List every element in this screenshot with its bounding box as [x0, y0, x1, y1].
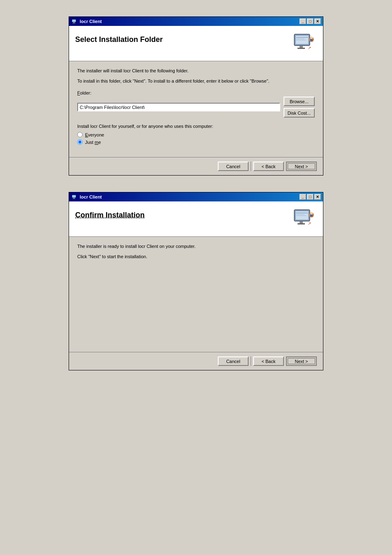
radio-justme-row: Just me — [77, 139, 315, 145]
svg-rect-25 — [296, 215, 306, 216]
back-button-2[interactable]: < Back — [253, 356, 284, 366]
svg-rect-7 — [296, 37, 308, 38]
svg-rect-8 — [296, 39, 304, 39]
desc-line1-1: The installer will install locr Client t… — [77, 67, 315, 74]
close-button-1[interactable]: ✕ — [314, 18, 321, 24]
svg-rect-18 — [73, 198, 75, 199]
svg-rect-10 — [300, 46, 303, 48]
header-title-text-1: Select Installation Folder — [75, 32, 163, 44]
locr-icon-1 — [71, 18, 77, 24]
svg-rect-27 — [297, 223, 305, 224]
next-button-1[interactable]: Next > — [286, 162, 317, 171]
confirm-installation-window: locr Client _ □ ✕ Confirm Installation — [69, 192, 323, 370]
justme-label[interactable]: Just me — [85, 140, 101, 145]
svg-rect-23 — [296, 213, 308, 213]
svg-point-13 — [310, 37, 313, 39]
computer-icon-1: ↗ — [292, 32, 317, 55]
header-icon-1: ↗ — [292, 32, 317, 55]
svg-rect-19 — [72, 199, 76, 199]
header-title-1: Select Installation Folder — [75, 32, 163, 44]
minimize-button-1[interactable]: _ — [300, 18, 306, 24]
footer-2: Cancel < Back Next > — [69, 352, 323, 370]
radio-everyone-row: Everyone — [77, 132, 315, 137]
window-icon-1 — [71, 18, 78, 25]
separator-1 — [251, 162, 251, 171]
svg-rect-11 — [297, 48, 305, 49]
computer-icon-2: ↗ — [292, 208, 317, 230]
locr-icon-2 — [71, 194, 77, 200]
title-buttons-2: _ □ ✕ — [300, 194, 321, 200]
cancel-button-2[interactable]: Cancel — [218, 356, 249, 366]
confirm-line1: The installer is ready to install locr C… — [77, 243, 315, 250]
folder-section: Folder: Browse... Disk Cost... — [77, 90, 315, 118]
cancel-button-1[interactable]: Cancel — [218, 162, 249, 171]
svg-text:↗: ↗ — [308, 46, 311, 50]
select-installation-window: locr Client _ □ ✕ Select Installation Fo… — [69, 16, 323, 176]
svg-rect-30 — [310, 215, 313, 217]
next-button-2[interactable]: Next > — [286, 356, 317, 366]
folder-row: Browse... Disk Cost... — [77, 97, 315, 118]
svg-rect-2 — [73, 22, 75, 23]
window-body-1: The installer will install locr Client t… — [69, 61, 323, 157]
separator-2 — [251, 356, 251, 366]
svg-rect-17 — [72, 195, 76, 197]
everyone-label[interactable]: Everyone — [85, 132, 104, 137]
footer-1: Cancel < Back Next > — [69, 157, 323, 175]
svg-rect-3 — [72, 23, 76, 23]
desc-line2-1: To install in this folder, click "Next".… — [77, 78, 315, 85]
maximize-button-2[interactable]: □ — [307, 194, 314, 200]
window-header-2: Confirm Installation ↗ — [69, 201, 323, 237]
title-text-2: locr Client — [80, 194, 102, 199]
header-title-2: Confirm Installation — [75, 208, 145, 220]
confirm-body: The installer is ready to install locr C… — [69, 237, 323, 352]
close-button-2[interactable]: ✕ — [314, 194, 321, 200]
title-bar-1: locr Client _ □ ✕ — [69, 17, 323, 26]
radio-label: Install locr Client for yourself, or for… — [77, 124, 315, 129]
browse-button[interactable]: Browse... — [284, 97, 315, 106]
minimize-button-2[interactable]: _ — [300, 194, 306, 200]
svg-rect-26 — [300, 221, 303, 223]
svg-rect-1 — [72, 20, 76, 22]
browse-col: Browse... Disk Cost... — [284, 97, 315, 118]
svg-text:↗: ↗ — [308, 221, 311, 226]
svg-rect-14 — [310, 39, 313, 41]
window-header-1: Select Installation Folder ↗ — [69, 26, 323, 61]
header-title-text-2: Confirm Installation — [75, 208, 145, 220]
maximize-button-1[interactable]: □ — [307, 18, 314, 24]
svg-rect-9 — [296, 40, 306, 40]
everyone-radio[interactable] — [77, 132, 83, 137]
back-button-1[interactable]: < Back — [253, 162, 284, 171]
svg-rect-24 — [296, 214, 304, 215]
justme-radio[interactable] — [77, 139, 83, 145]
title-buttons-1: _ □ ✕ — [300, 18, 321, 24]
window-icon-2 — [71, 194, 78, 200]
header-icon-2: ↗ — [292, 208, 317, 230]
disk-cost-button[interactable]: Disk Cost... — [284, 108, 315, 118]
title-bar-2: locr Client _ □ ✕ — [69, 192, 323, 201]
folder-input[interactable] — [77, 103, 280, 111]
radio-section: Install locr Client for yourself, or for… — [77, 124, 315, 145]
confirm-line2: Click "Next" to start the installation. — [77, 253, 315, 260]
svg-point-29 — [310, 212, 313, 215]
title-text-1: locr Client — [80, 19, 102, 24]
folder-label: Folder: — [77, 90, 315, 95]
